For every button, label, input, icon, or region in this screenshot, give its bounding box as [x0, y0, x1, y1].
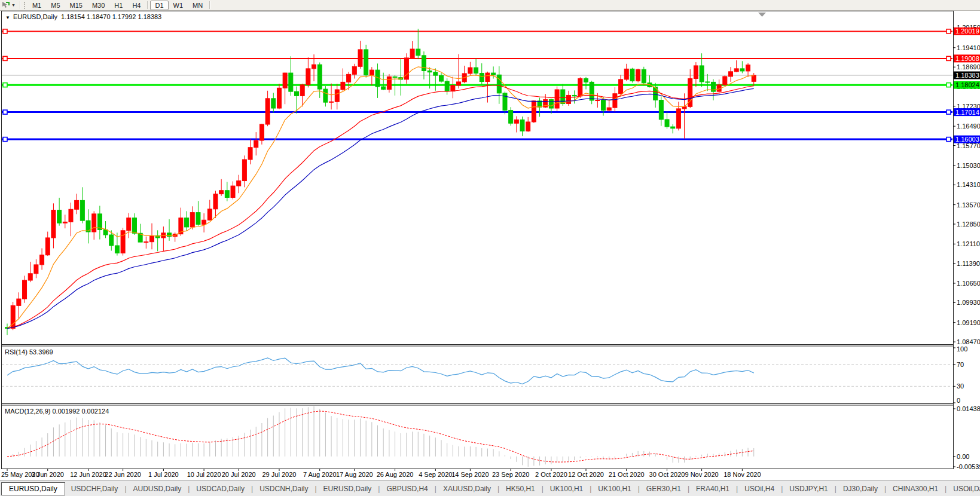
- candle-body: [636, 69, 640, 81]
- chart-canvas[interactable]: 1.201501.194101.186901.179501.172301.164…: [0, 11, 980, 480]
- candle-body: [51, 210, 56, 238]
- candle-body: [630, 69, 634, 81]
- candle-body: [312, 65, 316, 69]
- candle-body: [295, 91, 299, 96]
- chart-tab-hk50-h1[interactable]: HK50,H1: [500, 483, 541, 495]
- cursor-tool-icon[interactable]: [0, 1, 11, 10]
- candle-body: [97, 214, 102, 230]
- candle-body: [63, 222, 67, 223]
- chart-tab-usdchf-daily[interactable]: USDCHF,Daily: [65, 483, 124, 495]
- candle-body: [526, 122, 530, 131]
- candle-body: [254, 140, 258, 148]
- line-handle[interactable]: [3, 137, 7, 142]
- date-tick-label: 1 Jul 2020: [148, 471, 179, 478]
- candle-body: [381, 87, 386, 90]
- line-handle[interactable]: [3, 29, 7, 33]
- chart-tab-dj30-daily[interactable]: DJ30,Daily: [837, 483, 884, 495]
- timeframe-button-m15[interactable]: M15: [65, 1, 87, 10]
- date-tick-label: 12 Oct 2020: [568, 471, 604, 478]
- macd-signal-value: 0.002124: [81, 408, 109, 415]
- line-handle[interactable]: [947, 137, 951, 142]
- timeframe-button-h4[interactable]: H4: [127, 1, 145, 10]
- line-handle[interactable]: [947, 29, 951, 33]
- chart-tab-usdcad-daily[interactable]: USDCAD,Daily: [190, 483, 251, 495]
- chart-tab-xauusd-daily[interactable]: XAUUSD,Daily: [437, 483, 497, 495]
- price-tick-label: 1.12850: [957, 221, 980, 228]
- chart-tab-ger30-h1[interactable]: GER30,H1: [640, 483, 687, 495]
- candle-body: [445, 81, 449, 91]
- candle-body: [317, 65, 322, 89]
- date-tick-label: 22 Jun 2020: [105, 471, 141, 478]
- candle-body: [474, 68, 478, 73]
- toolbar-grip-handle[interactable]: [24, 2, 25, 9]
- line-handle[interactable]: [3, 83, 7, 87]
- toolbar-separator: [209, 1, 210, 9]
- candle-body: [422, 56, 426, 71]
- chart-tab-usoil-da[interactable]: USOil,Da: [947, 483, 980, 495]
- candle-body: [619, 79, 623, 94]
- candle-body: [306, 69, 310, 85]
- price-tick-label: 1.16490: [957, 123, 980, 130]
- timeframe-button-m30[interactable]: M30: [87, 1, 109, 10]
- price-tick-label: 1.11390: [957, 260, 980, 267]
- candle-body: [358, 50, 362, 66]
- candle-body: [335, 90, 339, 102]
- date-tick-label: 30 Oct 2020: [649, 471, 685, 478]
- candle-body: [341, 82, 345, 90]
- date-tick-label: 9 Nov 2020: [685, 471, 718, 478]
- line-handle[interactable]: [3, 110, 7, 114]
- candle-body: [190, 213, 194, 227]
- date-tick-label: 12 Jun 2020: [70, 471, 106, 478]
- timeframe-button-mn[interactable]: MN: [188, 1, 207, 10]
- candle-body: [549, 100, 553, 108]
- price-tick-label: 1.10650: [957, 280, 980, 287]
- chart-tab-uk100-h1[interactable]: UK100,H1: [544, 483, 589, 495]
- candle-body: [69, 209, 73, 222]
- line-handle[interactable]: [947, 110, 951, 114]
- candle-body: [75, 200, 79, 209]
- candle-body: [694, 66, 698, 79]
- candle-body: [323, 89, 328, 102]
- line-handle[interactable]: [947, 83, 951, 87]
- chart-tab-uk100-h1[interactable]: UK100,H1: [592, 483, 637, 495]
- candle-body: [109, 235, 114, 246]
- date-tick-label: 7 Aug 2020: [303, 471, 337, 478]
- line-handle[interactable]: [3, 56, 7, 60]
- candle-body: [676, 109, 680, 128]
- candle-body: [457, 82, 461, 85]
- date-tick-label: 10 Jul 2020: [187, 471, 221, 478]
- chevron-down-icon[interactable]: ▼: [11, 3, 18, 7]
- chart-tab-gbpusd-h4[interactable]: GBPUSD,H4: [380, 483, 433, 495]
- candle-body: [428, 71, 432, 72]
- price-tick-label: 1.13570: [957, 201, 980, 209]
- candle-body: [572, 95, 576, 96]
- price-tick-label: 1.12110: [957, 240, 980, 247]
- candle-body: [271, 99, 276, 108]
- chart-tab-audusd-daily[interactable]: AUDUSD,Daily: [127, 483, 188, 495]
- candle-body: [92, 214, 96, 232]
- chart-tab-usdjpy-h1[interactable]: USDJPY,H1: [783, 483, 834, 495]
- candle-body: [237, 181, 241, 186]
- chart-tab-eurusd-daily[interactable]: EURUSD,Daily: [317, 483, 378, 495]
- candle-body: [590, 82, 594, 100]
- timeframe-button-m5[interactable]: M5: [46, 1, 65, 10]
- candle-body: [347, 74, 351, 82]
- line-handle[interactable]: [947, 56, 951, 60]
- candle-body: [433, 72, 438, 75]
- chart-tab-usdcnh-daily[interactable]: USDCNH,Daily: [254, 483, 314, 495]
- chart-collapse-icon[interactable]: ▼: [5, 15, 10, 20]
- date-tick-label: 18 Nov 2020: [723, 471, 761, 478]
- timeframe-button-m1[interactable]: M1: [28, 1, 46, 10]
- chart-tab-eurusd-daily[interactable]: EURUSD,Daily: [1, 482, 65, 495]
- timeframe-button-w1[interactable]: W1: [169, 1, 188, 10]
- candle-body: [57, 210, 62, 223]
- timeframe-button-h1[interactable]: H1: [109, 1, 127, 10]
- macd-tick-label: -0.005396: [957, 463, 980, 470]
- chart-tab-china300-h1[interactable]: CHINA300,H1: [887, 483, 944, 495]
- timeframe-button-d1[interactable]: D1: [150, 1, 168, 10]
- chart-window[interactable]: 1.201501.194101.186901.179501.172301.164…: [0, 11, 980, 480]
- chart-tab-usoil-h4[interactable]: USOil,H4: [738, 483, 780, 495]
- candle-body: [202, 220, 206, 224]
- candle-body: [602, 100, 606, 111]
- chart-tab-fra40-h1[interactable]: FRA40,H1: [690, 483, 735, 495]
